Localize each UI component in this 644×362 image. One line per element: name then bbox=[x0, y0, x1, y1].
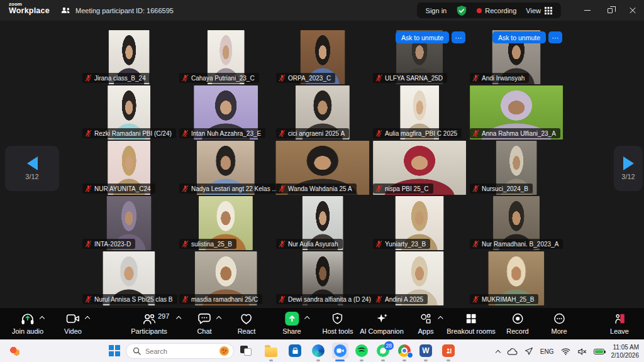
previous-page-button[interactable]: 3/12 bbox=[5, 146, 59, 191]
participant-tile[interactable]: Dewi sandra alfianita a (D 24) bbox=[274, 251, 371, 306]
video-caret[interactable] bbox=[85, 316, 90, 321]
video-gallery: Jirana class_B_24 Cahaya Putriani_23_C O… bbox=[0, 21, 644, 308]
chat-bubble-icon bbox=[197, 312, 212, 326]
participant-name: MUKRIMAH_25_B bbox=[482, 296, 534, 303]
participants-button[interactable]: 297 Participants bbox=[131, 311, 167, 335]
leave-button[interactable]: Leave bbox=[610, 311, 629, 335]
wifi-icon[interactable] bbox=[561, 348, 570, 355]
muted-mic-icon bbox=[279, 240, 286, 248]
participant-nameplate: Nur Ramadhani. B_2023_A bbox=[470, 239, 563, 249]
participant-tile[interactable]: Jirana class_B_24 bbox=[80, 30, 177, 85]
spotify-button[interactable] bbox=[353, 343, 370, 359]
apps-button[interactable]: Apps bbox=[418, 311, 433, 335]
more-icon bbox=[552, 312, 566, 326]
tray-expand-icon[interactable] bbox=[496, 349, 501, 354]
edge-icon bbox=[312, 344, 325, 357]
chrome-badge-icon bbox=[407, 352, 413, 358]
weather-widget-icon[interactable] bbox=[6, 343, 23, 359]
participant-tile[interactable]: Nadya Lestari angt 22 Kelas ... bbox=[177, 140, 274, 195]
join-audio-caret[interactable] bbox=[40, 316, 45, 321]
participant-tile[interactable]: Ask to unmute ⋯ Andi Irwansyah bbox=[468, 30, 565, 85]
participant-tile[interactable]: Rezki Ramadani PBI (C/24) bbox=[80, 85, 177, 140]
microsoft-store-button[interactable] bbox=[287, 343, 303, 359]
participant-tile[interactable]: Anna Rahma Ulfiani_23_A bbox=[468, 85, 565, 140]
security-shield-icon[interactable] bbox=[456, 5, 467, 16]
participant-tile[interactable]: Cahaya Putriani_23_C bbox=[177, 30, 274, 85]
participant-nameplate: Jirana class_B_24 bbox=[82, 73, 150, 83]
more-button[interactable]: More bbox=[551, 311, 567, 335]
window-controls bbox=[576, 0, 644, 21]
participant-tile[interactable]: NUR AYUNITA_C24 bbox=[80, 140, 177, 195]
language-indicator[interactable]: ENG bbox=[540, 348, 554, 355]
speaker-muted-icon[interactable] bbox=[577, 348, 587, 356]
participant-name: Aulia magfira_PBI C 2025 bbox=[385, 130, 457, 137]
react-button[interactable]: React bbox=[238, 311, 256, 335]
orange-app-icon bbox=[442, 344, 455, 357]
participant-tile[interactable]: Nurul Annisa S Pbi25 clas B bbox=[80, 251, 177, 306]
minimize-button[interactable] bbox=[576, 0, 599, 21]
next-page-button[interactable]: 3/12 bbox=[614, 146, 643, 191]
search-input[interactable] bbox=[145, 348, 214, 355]
share-button[interactable]: Share bbox=[282, 311, 301, 335]
word-button[interactable]: W bbox=[418, 343, 434, 359]
task-view-button[interactable] bbox=[238, 343, 254, 359]
participant-tile[interactable]: Yuniarty_23_B bbox=[371, 195, 468, 251]
participant-name: Jirana class_B_24 bbox=[94, 75, 146, 82]
file-explorer-button[interactable] bbox=[263, 343, 279, 359]
breakout-rooms-button[interactable]: Breakout rooms bbox=[447, 311, 496, 335]
ask-to-unmute-button[interactable]: Ask to unmute bbox=[396, 31, 449, 43]
sign-in-button[interactable]: Sign in bbox=[426, 7, 447, 14]
participant-tile[interactable]: Nur Ramadhani. B_2023_A bbox=[468, 195, 565, 251]
tile-more-button[interactable]: ⋯ bbox=[452, 31, 465, 43]
participant-tile[interactable]: nispa PBI 25_C bbox=[371, 140, 468, 195]
more-label: More bbox=[551, 327, 567, 335]
orange-app-button[interactable] bbox=[440, 343, 457, 359]
participant-nameplate: Dewi sandra alfianita a (D 24) bbox=[276, 294, 375, 304]
participant-tile[interactable]: sulistina_25_B bbox=[177, 195, 274, 251]
ask-to-unmute-button[interactable]: Ask to unmute bbox=[492, 31, 546, 43]
paper-plane-icon[interactable] bbox=[525, 347, 533, 356]
breakout-rooms-label: Breakout rooms bbox=[447, 327, 496, 335]
tile-more-button[interactable]: ⋯ bbox=[548, 31, 562, 43]
participant-tile[interactable]: MUKRIMAH_25_B bbox=[468, 251, 565, 306]
restore-button[interactable] bbox=[599, 0, 621, 21]
video-button[interactable]: Video bbox=[64, 311, 82, 335]
view-button[interactable]: View bbox=[526, 7, 552, 14]
chrome-button[interactable] bbox=[396, 343, 413, 359]
share-label: Share bbox=[282, 327, 301, 335]
zoom-app-button[interactable] bbox=[332, 343, 348, 359]
participant-tile[interactable]: Ask to unmute ⋯ ULFYA SARNA_25D bbox=[371, 30, 468, 85]
ai-companion-button[interactable]: AI Companion bbox=[360, 311, 404, 335]
taskbar-clock[interactable]: 11:05 AM 2/10/2026 bbox=[611, 343, 640, 359]
chat-caret[interactable] bbox=[216, 316, 221, 321]
join-audio-button[interactable]: Join audio bbox=[12, 311, 43, 335]
participant-nameplate: MUKRIMAH_25_B bbox=[470, 294, 538, 304]
participant-tile[interactable]: ORPA_2023_C bbox=[274, 30, 371, 85]
close-button[interactable] bbox=[621, 0, 644, 21]
participant-tile[interactable]: cici angraeni 2025 A bbox=[274, 85, 371, 140]
start-button[interactable] bbox=[106, 343, 123, 359]
participant-tile[interactable]: INTA-2023-D bbox=[80, 195, 177, 251]
taskbar-search[interactable] bbox=[126, 343, 234, 359]
battery-icon[interactable] bbox=[594, 349, 604, 354]
share-caret[interactable] bbox=[304, 316, 309, 321]
host-tools-button[interactable]: Host tools bbox=[323, 311, 353, 335]
participant-tile[interactable]: Intan Nuh Azzahra_23_E bbox=[177, 85, 274, 140]
page-indicator: 3/12 bbox=[25, 173, 38, 180]
record-button[interactable]: Record bbox=[506, 311, 528, 335]
onedrive-cloud-icon[interactable] bbox=[507, 348, 518, 356]
participant-tile[interactable]: Nur Aulia Asyurah bbox=[274, 195, 371, 251]
whatsapp-button[interactable]: 28 bbox=[375, 343, 391, 359]
participant-tile[interactable]: Andini A 2025 bbox=[371, 251, 468, 306]
chat-button[interactable]: Chat bbox=[197, 311, 212, 335]
participant-tile[interactable]: Aulia magfira_PBI C 2025 bbox=[371, 85, 468, 140]
chat-label: Chat bbox=[197, 327, 211, 335]
participant-tile[interactable]: Nursuci_2024_B bbox=[468, 140, 565, 195]
participant-name: Nur Ramadhani. B_2023_A bbox=[482, 241, 558, 248]
participant-tile[interactable]: masdia ramadhani 25/C bbox=[177, 251, 274, 306]
muted-mic-icon bbox=[279, 185, 286, 192]
participant-tile[interactable]: Wanda Wahdania 25 A bbox=[274, 140, 371, 195]
edge-browser-button[interactable] bbox=[310, 343, 326, 359]
apps-caret[interactable] bbox=[438, 316, 443, 321]
participants-caret[interactable] bbox=[176, 316, 181, 321]
